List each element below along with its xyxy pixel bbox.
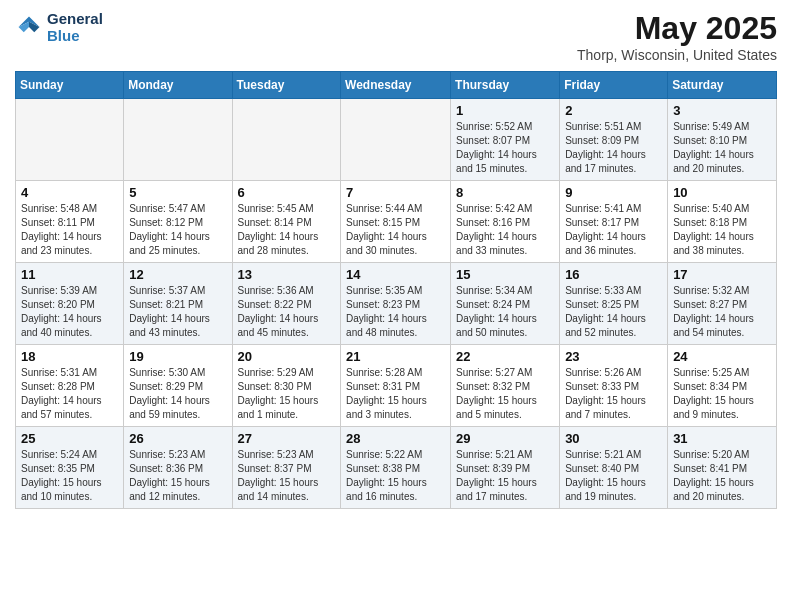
calendar-cell: 12Sunrise: 5:37 AMSunset: 8:21 PMDayligh… <box>124 263 232 345</box>
week-row-4: 25Sunrise: 5:24 AMSunset: 8:35 PMDayligh… <box>16 427 777 509</box>
calendar-cell: 16Sunrise: 5:33 AMSunset: 8:25 PMDayligh… <box>560 263 668 345</box>
day-number: 5 <box>129 185 226 200</box>
calendar-cell <box>124 99 232 181</box>
day-info: Sunrise: 5:23 AMSunset: 8:37 PMDaylight:… <box>238 448 336 504</box>
day-number: 18 <box>21 349 118 364</box>
calendar-cell: 21Sunrise: 5:28 AMSunset: 8:31 PMDayligh… <box>341 345 451 427</box>
calendar-cell: 11Sunrise: 5:39 AMSunset: 8:20 PMDayligh… <box>16 263 124 345</box>
calendar-cell: 19Sunrise: 5:30 AMSunset: 8:29 PMDayligh… <box>124 345 232 427</box>
day-info: Sunrise: 5:21 AMSunset: 8:39 PMDaylight:… <box>456 448 554 504</box>
day-header-saturday: Saturday <box>668 72 777 99</box>
day-info: Sunrise: 5:36 AMSunset: 8:22 PMDaylight:… <box>238 284 336 340</box>
day-info: Sunrise: 5:30 AMSunset: 8:29 PMDaylight:… <box>129 366 226 422</box>
day-number: 26 <box>129 431 226 446</box>
day-info: Sunrise: 5:34 AMSunset: 8:24 PMDaylight:… <box>456 284 554 340</box>
week-row-0: 1Sunrise: 5:52 AMSunset: 8:07 PMDaylight… <box>16 99 777 181</box>
calendar-cell: 23Sunrise: 5:26 AMSunset: 8:33 PMDayligh… <box>560 345 668 427</box>
calendar-cell: 6Sunrise: 5:45 AMSunset: 8:14 PMDaylight… <box>232 181 341 263</box>
day-info: Sunrise: 5:35 AMSunset: 8:23 PMDaylight:… <box>346 284 445 340</box>
calendar-cell <box>16 99 124 181</box>
day-number: 28 <box>346 431 445 446</box>
calendar-cell: 27Sunrise: 5:23 AMSunset: 8:37 PMDayligh… <box>232 427 341 509</box>
day-number: 19 <box>129 349 226 364</box>
calendar-cell: 2Sunrise: 5:51 AMSunset: 8:09 PMDaylight… <box>560 99 668 181</box>
day-number: 2 <box>565 103 662 118</box>
logo: General Blue <box>15 10 103 45</box>
day-header-friday: Friday <box>560 72 668 99</box>
day-number: 14 <box>346 267 445 282</box>
day-number: 8 <box>456 185 554 200</box>
day-info: Sunrise: 5:26 AMSunset: 8:33 PMDaylight:… <box>565 366 662 422</box>
day-info: Sunrise: 5:47 AMSunset: 8:12 PMDaylight:… <box>129 202 226 258</box>
calendar-cell: 4Sunrise: 5:48 AMSunset: 8:11 PMDaylight… <box>16 181 124 263</box>
day-info: Sunrise: 5:29 AMSunset: 8:30 PMDaylight:… <box>238 366 336 422</box>
calendar-cell: 30Sunrise: 5:21 AMSunset: 8:40 PMDayligh… <box>560 427 668 509</box>
day-number: 17 <box>673 267 771 282</box>
calendar-cell: 20Sunrise: 5:29 AMSunset: 8:30 PMDayligh… <box>232 345 341 427</box>
day-number: 12 <box>129 267 226 282</box>
calendar-cell <box>232 99 341 181</box>
logo-text: General Blue <box>47 10 103 45</box>
calendar-cell: 29Sunrise: 5:21 AMSunset: 8:39 PMDayligh… <box>451 427 560 509</box>
logo-icon <box>15 13 43 41</box>
calendar-cell: 18Sunrise: 5:31 AMSunset: 8:28 PMDayligh… <box>16 345 124 427</box>
day-info: Sunrise: 5:21 AMSunset: 8:40 PMDaylight:… <box>565 448 662 504</box>
day-info: Sunrise: 5:22 AMSunset: 8:38 PMDaylight:… <box>346 448 445 504</box>
day-info: Sunrise: 5:33 AMSunset: 8:25 PMDaylight:… <box>565 284 662 340</box>
calendar-cell: 31Sunrise: 5:20 AMSunset: 8:41 PMDayligh… <box>668 427 777 509</box>
calendar-cell: 13Sunrise: 5:36 AMSunset: 8:22 PMDayligh… <box>232 263 341 345</box>
calendar-cell: 3Sunrise: 5:49 AMSunset: 8:10 PMDaylight… <box>668 99 777 181</box>
day-number: 25 <box>21 431 118 446</box>
calendar-cell: 14Sunrise: 5:35 AMSunset: 8:23 PMDayligh… <box>341 263 451 345</box>
page: General Blue May 2025 Thorp, Wisconsin, … <box>0 0 792 612</box>
day-number: 22 <box>456 349 554 364</box>
day-number: 21 <box>346 349 445 364</box>
day-info: Sunrise: 5:28 AMSunset: 8:31 PMDaylight:… <box>346 366 445 422</box>
day-number: 7 <box>346 185 445 200</box>
title-block: May 2025 Thorp, Wisconsin, United States <box>577 10 777 63</box>
calendar-cell: 26Sunrise: 5:23 AMSunset: 8:36 PMDayligh… <box>124 427 232 509</box>
day-number: 31 <box>673 431 771 446</box>
day-header-wednesday: Wednesday <box>341 72 451 99</box>
day-number: 29 <box>456 431 554 446</box>
day-info: Sunrise: 5:52 AMSunset: 8:07 PMDaylight:… <box>456 120 554 176</box>
day-info: Sunrise: 5:31 AMSunset: 8:28 PMDaylight:… <box>21 366 118 422</box>
day-number: 11 <box>21 267 118 282</box>
calendar-cell: 5Sunrise: 5:47 AMSunset: 8:12 PMDaylight… <box>124 181 232 263</box>
calendar-cell: 22Sunrise: 5:27 AMSunset: 8:32 PMDayligh… <box>451 345 560 427</box>
calendar-cell: 25Sunrise: 5:24 AMSunset: 8:35 PMDayligh… <box>16 427 124 509</box>
calendar-cell <box>341 99 451 181</box>
calendar-cell: 24Sunrise: 5:25 AMSunset: 8:34 PMDayligh… <box>668 345 777 427</box>
day-header-tuesday: Tuesday <box>232 72 341 99</box>
day-info: Sunrise: 5:24 AMSunset: 8:35 PMDaylight:… <box>21 448 118 504</box>
day-info: Sunrise: 5:45 AMSunset: 8:14 PMDaylight:… <box>238 202 336 258</box>
day-info: Sunrise: 5:37 AMSunset: 8:21 PMDaylight:… <box>129 284 226 340</box>
calendar-cell: 15Sunrise: 5:34 AMSunset: 8:24 PMDayligh… <box>451 263 560 345</box>
day-number: 10 <box>673 185 771 200</box>
day-number: 27 <box>238 431 336 446</box>
day-number: 15 <box>456 267 554 282</box>
day-info: Sunrise: 5:48 AMSunset: 8:11 PMDaylight:… <box>21 202 118 258</box>
day-number: 16 <box>565 267 662 282</box>
day-header-monday: Monday <box>124 72 232 99</box>
day-info: Sunrise: 5:44 AMSunset: 8:15 PMDaylight:… <box>346 202 445 258</box>
calendar-cell: 10Sunrise: 5:40 AMSunset: 8:18 PMDayligh… <box>668 181 777 263</box>
week-row-2: 11Sunrise: 5:39 AMSunset: 8:20 PMDayligh… <box>16 263 777 345</box>
day-header-thursday: Thursday <box>451 72 560 99</box>
day-info: Sunrise: 5:51 AMSunset: 8:09 PMDaylight:… <box>565 120 662 176</box>
calendar-cell: 9Sunrise: 5:41 AMSunset: 8:17 PMDaylight… <box>560 181 668 263</box>
day-number: 4 <box>21 185 118 200</box>
day-info: Sunrise: 5:42 AMSunset: 8:16 PMDaylight:… <box>456 202 554 258</box>
day-info: Sunrise: 5:41 AMSunset: 8:17 PMDaylight:… <box>565 202 662 258</box>
day-info: Sunrise: 5:25 AMSunset: 8:34 PMDaylight:… <box>673 366 771 422</box>
calendar-header-row: SundayMondayTuesdayWednesdayThursdayFrid… <box>16 72 777 99</box>
calendar-cell: 7Sunrise: 5:44 AMSunset: 8:15 PMDaylight… <box>341 181 451 263</box>
day-info: Sunrise: 5:27 AMSunset: 8:32 PMDaylight:… <box>456 366 554 422</box>
day-number: 20 <box>238 349 336 364</box>
day-number: 3 <box>673 103 771 118</box>
day-number: 9 <box>565 185 662 200</box>
calendar-cell: 17Sunrise: 5:32 AMSunset: 8:27 PMDayligh… <box>668 263 777 345</box>
day-number: 6 <box>238 185 336 200</box>
month-title: May 2025 <box>577 10 777 47</box>
day-number: 23 <box>565 349 662 364</box>
